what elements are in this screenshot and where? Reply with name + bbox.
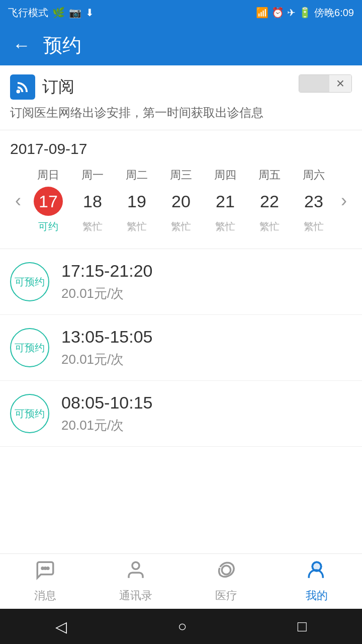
nav-item-消息[interactable]: 消息 — [0, 559, 90, 603]
day-name: 周二 — [126, 168, 148, 183]
date-section: 2017-09-17 ‹ 周日 17 可约 周一 18 繁忙 周二 19 繁忙 … — [0, 130, 362, 249]
slot-info: 17:15-21:20 20.01元/次 — [61, 261, 153, 302]
day-status: 繁忙 — [82, 220, 103, 233]
next-week-button[interactable]: › — [336, 190, 352, 211]
slot-time: 08:05-10:15 — [61, 393, 153, 413]
slot-time: 17:15-21:20 — [61, 261, 153, 281]
huawei-icon: 🌿 — [52, 7, 65, 19]
day-name: 周六 — [303, 168, 325, 183]
day-name: 周五 — [258, 168, 281, 183]
profile-icon — [306, 559, 327, 585]
svg-point-2 — [44, 568, 46, 570]
close-icon[interactable]: × — [329, 75, 351, 92]
day-status: 繁忙 — [304, 220, 324, 233]
slot-badge: 可预约 — [10, 328, 49, 367]
prev-week-button[interactable]: ‹ — [10, 190, 26, 211]
nav-label-消息: 消息 — [34, 588, 56, 603]
calendar-day[interactable]: 周五 22 繁忙 — [255, 168, 284, 233]
status-right: 📶 ⏰ ✈ 🔋 傍晚6:09 — [256, 6, 354, 20]
calendar-days: 周日 17 可约 周一 18 繁忙 周二 19 繁忙 周三 20 繁忙 周四 2… — [26, 168, 336, 233]
calendar-day[interactable]: 周二 19 繁忙 — [122, 168, 151, 233]
nav-item-通讯录[interactable]: 通讯录 — [90, 559, 181, 603]
calendar-week: ‹ 周日 17 可约 周一 18 繁忙 周二 19 繁忙 周三 20 繁忙 周四… — [10, 168, 352, 244]
day-status: 可约 — [38, 220, 58, 233]
nav-item-医疗[interactable]: 医疗 — [181, 559, 272, 603]
status-bar: 飞行模式 🌿 📷 ⬇ 📶 ⏰ ✈ 🔋 傍晚6:09 — [0, 0, 362, 25]
svg-point-3 — [47, 568, 49, 570]
day-status: 繁忙 — [259, 220, 280, 233]
back-button[interactable]: ← — [10, 32, 33, 58]
slot-price: 20.01元/次 — [61, 417, 153, 434]
rss-icon — [10, 74, 35, 100]
medical-icon — [216, 559, 237, 585]
toggle-track[interactable] — [299, 75, 329, 92]
time-slot-item[interactable]: 可预约 08:05-10:15 20.01元/次 — [0, 381, 362, 447]
alarm-icon: ⏰ — [272, 7, 284, 19]
slot-info: 13:05-15:05 20.01元/次 — [61, 327, 153, 368]
slot-info: 08:05-10:15 20.01元/次 — [61, 393, 153, 434]
nav-label-医疗: 医疗 — [215, 588, 237, 603]
day-number: 22 — [255, 187, 284, 216]
day-status: 繁忙 — [215, 220, 235, 233]
download-icon: ⬇ — [85, 7, 94, 19]
home-system-button[interactable]: ○ — [177, 618, 187, 635]
day-name: 周三 — [170, 168, 192, 183]
subscribe-title: 订阅 — [42, 76, 74, 98]
svg-point-4 — [132, 562, 139, 569]
recent-system-button[interactable]: □ — [298, 618, 307, 635]
day-status: 繁忙 — [127, 220, 147, 233]
calendar-day[interactable]: 周日 17 可约 — [34, 168, 63, 233]
page-title: 预约 — [43, 33, 81, 58]
svg-point-0 — [17, 90, 21, 94]
calendar-day[interactable]: 周一 18 繁忙 — [78, 168, 107, 233]
slot-badge: 可预约 — [10, 262, 49, 301]
calendar-day[interactable]: 周四 21 繁忙 — [211, 168, 240, 233]
calendar-day[interactable]: 周六 23 繁忙 — [299, 168, 328, 233]
nav-item-我的[interactable]: 我的 — [272, 559, 362, 603]
time-slot-item[interactable]: 可预约 13:05-15:05 20.01元/次 — [0, 315, 362, 381]
svg-point-1 — [42, 568, 44, 570]
status-left: 飞行模式 🌿 📷 ⬇ — [8, 6, 94, 20]
back-system-button[interactable]: ◁ — [55, 618, 67, 635]
day-name: 周日 — [37, 168, 59, 183]
time-slot-item[interactable]: 可预约 17:15-21:20 20.01元/次 — [0, 249, 362, 315]
battery-icon: 🔋 — [299, 7, 311, 19]
flight-mode-label: 飞行模式 — [8, 6, 48, 20]
calendar-day[interactable]: 周三 20 繁忙 — [166, 168, 196, 233]
day-number: 18 — [78, 187, 107, 216]
contacts-icon — [125, 559, 146, 585]
nav-label-通讯录: 通讯录 — [119, 588, 152, 603]
day-status: 繁忙 — [171, 220, 191, 233]
current-date: 2017-09-17 — [10, 140, 352, 157]
day-name: 周一 — [81, 168, 104, 183]
day-number: 19 — [122, 187, 151, 216]
day-number: 23 — [299, 187, 328, 216]
slot-price: 20.01元/次 — [61, 351, 153, 368]
time-label: 傍晚6:09 — [314, 6, 354, 20]
subscribe-toggle[interactable]: × — [299, 74, 352, 93]
bottom-nav: 消息 通讯录 医疗 我的 — [0, 553, 362, 609]
subscribe-description: 订阅医生网络出诊安排，第一时间获取出诊信息 — [10, 105, 352, 121]
slot-price: 20.01元/次 — [61, 285, 153, 302]
day-name: 周四 — [214, 168, 236, 183]
nav-label-我的: 我的 — [306, 588, 328, 603]
message-icon — [35, 559, 56, 585]
subscribe-banner: × 订阅 订阅医生网络出诊安排，第一时间获取出诊信息 — [0, 65, 362, 130]
svg-point-5 — [222, 566, 231, 575]
time-slots-list: 可预约 17:15-21:20 20.01元/次 可预约 13:05-15:05… — [0, 249, 362, 553]
day-number: 20 — [166, 187, 196, 216]
slot-badge: 可预约 — [10, 394, 49, 433]
day-number: 17 — [34, 187, 63, 216]
day-number: 21 — [211, 187, 240, 216]
airplane-icon: ✈ — [287, 7, 296, 19]
top-nav: ← 预约 — [0, 25, 362, 65]
system-nav: ◁ ○ □ — [0, 609, 362, 644]
slot-time: 13:05-15:05 — [61, 327, 153, 347]
status-icon-2: 📷 — [69, 7, 81, 19]
signal-icon: 📶 — [256, 7, 268, 19]
